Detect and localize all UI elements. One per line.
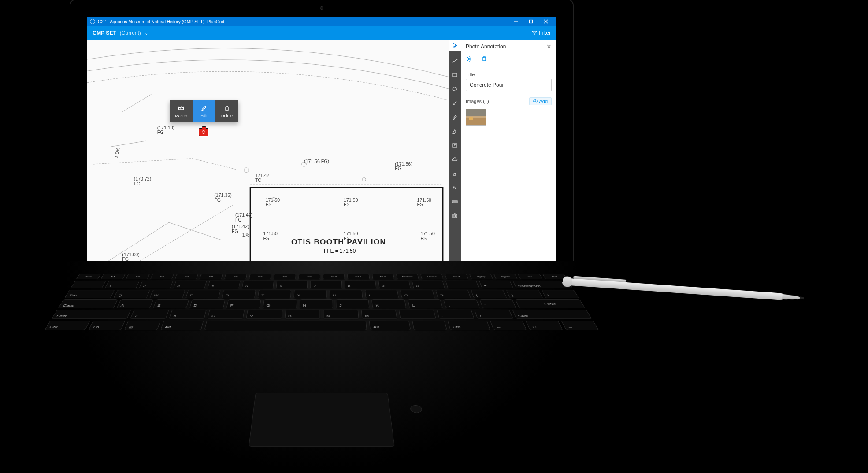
key-z: Z	[130, 310, 169, 319]
cloud-tool[interactable]	[450, 155, 459, 164]
trash-icon	[223, 105, 230, 112]
annotation-context-menu: Master Edit Delete	[170, 100, 238, 122]
svg-text:1.0%: 1.0%	[113, 147, 121, 159]
key-7: 7	[311, 281, 342, 288]
edit-button[interactable]: Edit	[193, 100, 215, 122]
key-f10: F10	[323, 274, 345, 279]
rectangle-tool[interactable]	[450, 70, 459, 79]
key-esc: Esc	[76, 274, 101, 279]
key-f2: F2	[126, 274, 150, 279]
key-o: O	[400, 290, 435, 298]
window-minimize-button[interactable]	[508, 17, 523, 26]
panel-settings-button[interactable]	[466, 55, 473, 63]
trash-icon	[481, 55, 488, 63]
key-☰: ☰	[412, 321, 447, 330]
key-,: ,	[399, 310, 436, 319]
svg-point-11	[244, 168, 249, 173]
key-ctrl: Ctrl	[45, 321, 90, 330]
svg-text:(171.56)FG: (171.56)FG	[395, 161, 412, 171]
key-f6: F6	[224, 274, 247, 279]
key-0: 0	[412, 281, 445, 288]
key-q: Q	[114, 290, 150, 298]
key-alt: Alt	[160, 321, 204, 330]
key-x: X	[169, 310, 207, 319]
title-input[interactable]	[466, 79, 552, 91]
sheet-set-bar: GMP SET (Current) ⌄ Filter	[87, 26, 556, 40]
arrow-tool[interactable]	[450, 99, 459, 107]
key-y: Y	[294, 290, 327, 298]
delete-button[interactable]: Delete	[215, 100, 238, 122]
key-m: M	[361, 310, 397, 319]
key-space	[204, 321, 367, 330]
stamp-tool[interactable]	[450, 169, 459, 178]
key-f5: F5	[200, 274, 223, 279]
camera-tool[interactable]	[450, 211, 459, 220]
window-maximize-button[interactable]	[523, 17, 538, 26]
key-\: \	[542, 290, 579, 298]
sheet-set-current: (Current)	[120, 30, 141, 36]
laptop-keyboard-deck: EscF1F2F3F4F5F6F7F8F9F10F11F12PrtScnHome…	[62, 261, 582, 472]
text-tool[interactable]	[450, 141, 459, 150]
key-e: E	[185, 290, 221, 298]
key-r: R	[222, 290, 256, 298]
add-image-button[interactable]: Add	[529, 97, 552, 105]
ruler-tool[interactable]	[450, 197, 459, 206]
link-tool[interactable]	[450, 183, 459, 192]
key-fn: Fn	[88, 321, 126, 330]
filter-button[interactable]: Filter	[532, 30, 551, 36]
key-j: J	[336, 299, 370, 308]
key-n: N	[323, 310, 359, 319]
master-button[interactable]: Master	[170, 100, 193, 122]
freehand-tool[interactable]	[450, 56, 459, 65]
svg-text:(171.35)FG: (171.35)FG	[214, 192, 231, 203]
photo-annotation-pin[interactable]	[199, 128, 208, 136]
svg-point-40	[468, 58, 470, 60]
svg-point-35	[453, 87, 457, 91]
key-v: V	[246, 310, 282, 319]
key-8: 8	[344, 281, 376, 288]
camera-icon	[202, 130, 205, 134]
svg-text:171.50FS: 171.50FS	[421, 231, 435, 241]
sheet-set-name: GMP SET	[93, 30, 116, 36]
key-d: D	[189, 299, 225, 308]
key-9: 9	[378, 281, 411, 288]
panel-close-button[interactable]: ✕	[546, 43, 552, 50]
key-h: H	[299, 299, 333, 308]
crown-icon	[178, 105, 185, 112]
key-f1: F1	[101, 274, 126, 279]
svg-rect-1	[530, 20, 533, 23]
svg-point-39	[454, 215, 456, 217]
key-;: ;	[443, 299, 479, 308]
key-←: ←	[490, 321, 527, 330]
svg-text:171.50FS: 171.50FS	[344, 197, 358, 207]
sheet-set-dropdown[interactable]: GMP SET (Current) ⌄	[93, 30, 148, 36]
key-f4: F4	[175, 274, 199, 279]
key-ctrl: Ctrl	[447, 321, 491, 330]
svg-text:171.50FS: 171.50FS	[263, 231, 277, 241]
svg-text:(170.72)FG: (170.72)FG	[134, 176, 151, 186]
key-caps: Caps	[58, 299, 117, 308]
cursor-tool[interactable]	[449, 40, 461, 51]
window-close-button[interactable]	[538, 17, 553, 26]
svg-text:(171.56 FG): (171.56 FG)	[304, 159, 329, 164]
gear-icon	[466, 55, 473, 63]
key-[: [	[471, 290, 507, 298]
key-tab: Tab	[64, 290, 115, 298]
key-end: End	[445, 274, 468, 279]
app-logo-icon	[90, 19, 95, 24]
key-home: Home	[420, 274, 444, 279]
svg-rect-34	[453, 73, 457, 77]
key-g: G	[263, 299, 297, 308]
svg-text:(171.10)FG: (171.10)FG	[157, 125, 174, 135]
project-name: Aquarius Museum of Natural History (GMP …	[110, 19, 204, 24]
ellipse-tool[interactable]	[450, 85, 459, 93]
image-thumbnail[interactable]	[466, 109, 486, 126]
pen-tool[interactable]	[450, 113, 459, 122]
highlighter-tool[interactable]	[450, 127, 459, 136]
key--: -	[445, 281, 479, 288]
plus-icon	[533, 99, 538, 103]
key-.: .	[437, 310, 475, 319]
key-alt: Alt	[369, 321, 411, 330]
panel-delete-button[interactable]	[481, 55, 488, 63]
webcam	[320, 6, 323, 10]
